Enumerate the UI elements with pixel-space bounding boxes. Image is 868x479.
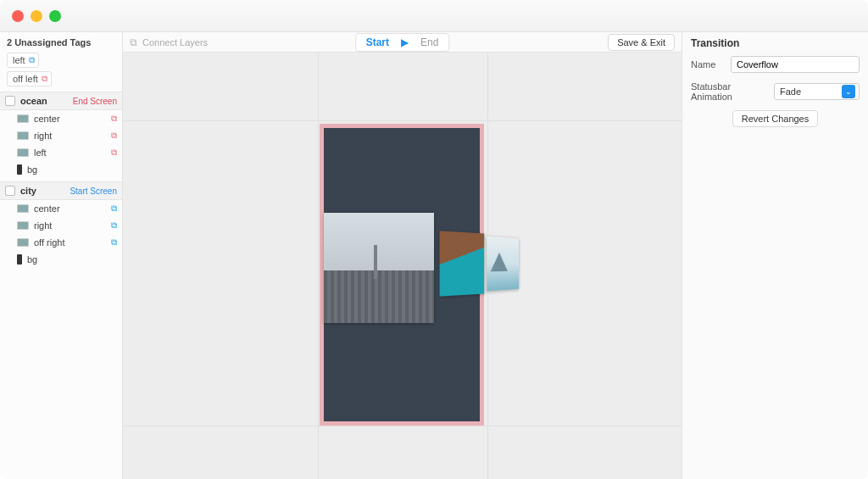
connect-layers-icon: ⧉ bbox=[130, 36, 137, 48]
playback-controls: Start ▶ End bbox=[355, 33, 450, 52]
layer-thumb-icon bbox=[17, 238, 29, 247]
statusbar-animation-label: Statusbar Animation bbox=[691, 81, 767, 102]
transition-name-input[interactable] bbox=[731, 56, 860, 73]
screen-icon bbox=[5, 186, 15, 196]
screen-header-ocean[interactable]: ocean End Screen bbox=[0, 92, 122, 110]
layer-name: right bbox=[34, 131, 106, 141]
screen-role-label: Start Screen bbox=[70, 187, 117, 196]
canvas-layer-right[interactable] bbox=[440, 231, 485, 296]
guide-line bbox=[123, 120, 682, 121]
layer-name: off right bbox=[34, 237, 106, 248]
device-frame[interactable]: ✊ bbox=[320, 124, 484, 426]
layer-name: left bbox=[34, 148, 106, 158]
link-icon: ⧉ bbox=[111, 114, 117, 123]
layer-row[interactable]: left ⧉ bbox=[0, 144, 122, 161]
link-icon: ⧉ bbox=[111, 131, 117, 140]
main-area: ⧉ Connect Layers Start ▶ End Save & Exit bbox=[123, 32, 682, 479]
main-toolbar: ⧉ Connect Layers Start ▶ End Save & Exit bbox=[123, 32, 682, 53]
layer-thumb-icon bbox=[17, 254, 22, 265]
layer-row[interactable]: bg bbox=[0, 251, 122, 268]
layer-row[interactable]: bg bbox=[0, 161, 122, 178]
layer-name: center bbox=[34, 203, 106, 214]
layer-row[interactable]: right ⧉ bbox=[0, 217, 122, 234]
screen-role-label: End Screen bbox=[73, 97, 117, 106]
device-screen: ✊ bbox=[324, 128, 480, 421]
unassigned-tags-header: 2 Unassigned Tags bbox=[0, 36, 122, 51]
save-exit-button[interactable]: Save & Exit bbox=[608, 34, 675, 51]
layer-thumb-icon bbox=[17, 114, 29, 123]
unassigned-tag[interactable]: left ⧉ bbox=[7, 53, 39, 68]
connect-layers-button[interactable]: Connect Layers bbox=[142, 37, 208, 47]
canvas-layer-center[interactable]: ✊ bbox=[324, 213, 434, 323]
canvas-viewport[interactable]: ✊ bbox=[123, 53, 682, 479]
tag-label: left bbox=[13, 55, 25, 65]
link-icon: ⧉ bbox=[111, 148, 117, 157]
chevron-updown-icon: ⌄ bbox=[842, 85, 855, 98]
end-button[interactable]: End bbox=[420, 36, 438, 48]
layer-row[interactable]: center ⧉ bbox=[0, 200, 122, 217]
layer-thumb-icon bbox=[17, 148, 29, 157]
screen-name: ocean bbox=[20, 96, 73, 106]
play-icon[interactable]: ▶ bbox=[401, 36, 409, 48]
screen-icon bbox=[5, 96, 15, 106]
start-button[interactable]: Start bbox=[366, 36, 389, 48]
tag-label: off left bbox=[13, 74, 38, 84]
layers-sidebar: 2 Unassigned Tags left ⧉ off left ⧉ ocea… bbox=[0, 32, 123, 479]
layer-name: bg bbox=[27, 164, 117, 175]
layer-thumb-icon bbox=[17, 164, 22, 175]
revert-changes-button[interactable]: Revert Changes bbox=[732, 110, 819, 127]
window-zoom-button[interactable] bbox=[49, 10, 61, 22]
name-label: Name bbox=[691, 59, 724, 70]
layer-thumb-icon bbox=[17, 204, 29, 213]
layer-row[interactable]: center ⧉ bbox=[0, 110, 122, 127]
select-value: Fade bbox=[780, 86, 801, 97]
inspector-title: Transition bbox=[691, 36, 860, 56]
window-titlebar bbox=[0, 0, 868, 32]
layer-thumb-icon bbox=[17, 131, 29, 140]
layer-name: bg bbox=[27, 254, 117, 265]
guide-line bbox=[123, 426, 682, 426]
link-icon: ⧉ bbox=[111, 221, 117, 230]
link-icon: ⧉ bbox=[42, 75, 47, 83]
layer-name: right bbox=[34, 220, 106, 231]
screen-name: city bbox=[20, 186, 70, 196]
layer-row[interactable]: off right ⧉ bbox=[0, 234, 122, 251]
guide-line bbox=[318, 53, 319, 479]
link-icon: ⧉ bbox=[29, 56, 35, 64]
layer-row[interactable]: right ⧉ bbox=[0, 127, 122, 144]
link-icon: ⧉ bbox=[111, 238, 117, 247]
window-minimize-button[interactable] bbox=[31, 10, 42, 22]
layer-name: center bbox=[34, 114, 106, 124]
screen-header-city[interactable]: city Start Screen bbox=[0, 181, 122, 200]
window-close-button[interactable] bbox=[12, 10, 24, 22]
statusbar-animation-select[interactable]: Fade ⌄ bbox=[774, 83, 860, 100]
link-icon: ⧉ bbox=[111, 204, 117, 213]
unassigned-tag[interactable]: off left ⧉ bbox=[7, 71, 52, 86]
layer-thumb-icon bbox=[17, 221, 29, 230]
inspector-panel: Transition Name Statusbar Animation Fade… bbox=[682, 32, 868, 479]
canvas-layer-off-right[interactable] bbox=[487, 237, 519, 292]
